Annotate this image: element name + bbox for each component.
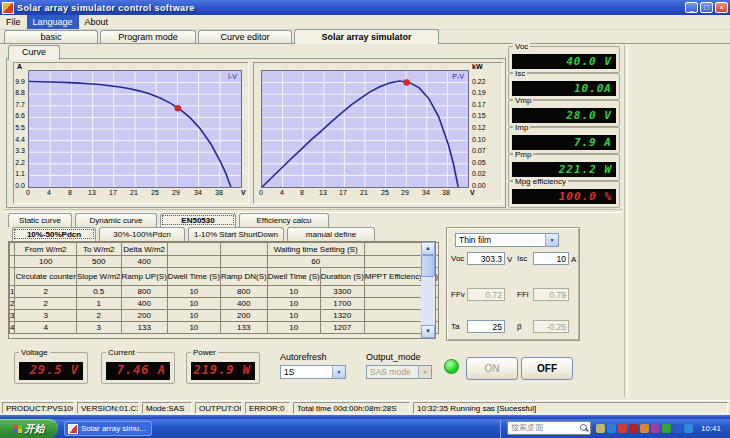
tab-en50530[interactable]: EN50530 (160, 213, 236, 227)
output-mode-select[interactable]: SAS mode ▼ (366, 365, 432, 379)
subtab-10-50-pdcn[interactable]: 10%-50%Pdcn (12, 227, 96, 241)
en50530-table: From W/m2To W/m2Delta W/m2Waiting time S… (9, 242, 439, 334)
table-cell[interactable]: 500 (76, 256, 121, 268)
voc-field[interactable] (467, 252, 505, 265)
table-cell[interactable]: 10 (167, 310, 220, 322)
scroll-down-icon[interactable]: ▼ (421, 325, 435, 338)
table-cell[interactable]: 400 (121, 256, 167, 268)
table-cell[interactable]: 3 (76, 322, 121, 334)
tray-icon-8[interactable] (684, 424, 693, 433)
x-tick-label: 21 (358, 189, 370, 196)
tab-curve[interactable]: Curve (8, 45, 60, 60)
table-cell[interactable]: 100 (15, 256, 76, 268)
table-cell[interactable] (220, 256, 267, 268)
table-cell[interactable]: 10 (167, 298, 220, 310)
y-tick-label: 7.7 (15, 101, 25, 108)
taskbar-task-button[interactable]: Solar array simu... (64, 421, 152, 436)
table-cell[interactable]: 800 (220, 286, 267, 298)
tray-icon-6[interactable] (662, 424, 671, 433)
x-tick-label: 29 (170, 189, 182, 196)
on-button[interactable]: ON (466, 357, 518, 380)
table-row: 120.580010800103300 (10, 286, 439, 298)
table-cell[interactable]: 60 (267, 256, 364, 268)
subtab-30-100-pdcn[interactable]: 30%-100%Pdcn (99, 227, 185, 241)
table-header-cell: Duration (S) (320, 268, 364, 286)
autorefresh-select[interactable]: 1S ▼ (280, 365, 346, 379)
tray-icon-1[interactable] (607, 424, 616, 433)
table-cell[interactable]: 400 (121, 298, 167, 310)
table-cell[interactable]: 1 (76, 298, 121, 310)
table-cell[interactable]: 1 (10, 286, 15, 298)
menu-item-language[interactable]: Language (27, 15, 79, 29)
module-type-select[interactable]: Thin film ▼ (455, 233, 559, 247)
table-cell[interactable]: 2 (76, 310, 121, 322)
status-segment-5: Total time 00d:00h:08m:28S (293, 402, 410, 414)
tab-dynamic-curve[interactable]: Dynamic curve (75, 213, 157, 227)
table-cell[interactable]: 2 (15, 286, 76, 298)
desktop-search-input[interactable]: 搜索桌面 (507, 421, 591, 435)
table-cell[interactable]: 1207 (320, 322, 364, 334)
tray-icon-0[interactable] (596, 424, 605, 433)
table-cell[interactable]: 200 (121, 310, 167, 322)
table-cell[interactable]: 400 (220, 298, 267, 310)
ta-field[interactable] (467, 320, 505, 333)
table-cell[interactable]: 200 (220, 310, 267, 322)
search-icon[interactable] (580, 424, 587, 431)
x-tick-label: 25 (149, 189, 161, 196)
pv-series-label: P-V (452, 73, 464, 80)
table-cell[interactable]: 1320 (320, 310, 364, 322)
tray-icon-3[interactable] (629, 424, 638, 433)
table-cell[interactable]: 10 (267, 322, 320, 334)
tab-program-mode[interactable]: Program mode (100, 30, 196, 44)
isc-field[interactable] (533, 252, 569, 265)
tray-icon-7[interactable] (673, 424, 682, 433)
task-label: Solar array simu... (81, 422, 146, 435)
menu-item-file[interactable]: File (0, 15, 27, 29)
minimize-icon[interactable]: _ (685, 2, 698, 13)
table-cell[interactable]: 2 (10, 298, 15, 310)
start-button[interactable]: 开始 (0, 419, 58, 438)
tray-icon-4[interactable] (640, 424, 649, 433)
curve-panel: A 9.98.87.76.65.54.43.32.21.10.0 I-V 048… (6, 58, 506, 208)
table-cell[interactable] (167, 256, 220, 268)
table-cell[interactable]: 3 (15, 310, 76, 322)
task-app-icon (68, 424, 78, 434)
table-cell[interactable]: 4 (15, 322, 76, 334)
chevron-down-icon[interactable]: ▼ (332, 366, 345, 378)
subtab-1-10-start-shurtdown[interactable]: 1-10% Start ShurtDown (188, 227, 284, 241)
table-scrollbar[interactable]: ▲ ▼ (421, 242, 435, 338)
start-label: 开始 (25, 422, 45, 436)
table-cell[interactable]: 10 (167, 286, 220, 298)
table-cell[interactable]: 3 (10, 310, 15, 322)
table-cell[interactable]: 10 (267, 286, 320, 298)
chevron-down-icon[interactable]: ▼ (545, 234, 558, 246)
table-cell[interactable]: 0.5 (76, 286, 121, 298)
tab-static-curve[interactable]: Static curve (8, 213, 72, 227)
pv-y-tick-labels: 0.220.190.170.150.120.100.070.050.020.00 (470, 70, 500, 192)
tab-solar-array-simulator[interactable]: Solar array simulator (294, 29, 439, 44)
table-cell[interactable]: 800 (121, 286, 167, 298)
table-cell[interactable]: 1700 (320, 298, 364, 310)
voc-unit: V (507, 255, 512, 264)
subtab-manual-define[interactable]: manual define (287, 227, 375, 241)
menu-item-about[interactable]: About (79, 15, 115, 29)
table-cell[interactable]: 10 (267, 298, 320, 310)
table-cell[interactable]: 4 (10, 322, 15, 334)
module-config-panel: Thin film ▼ VocVIscAFFvFFiTaβ (446, 227, 580, 341)
table-cell[interactable]: 10 (167, 322, 220, 334)
table-cell[interactable]: 133 (121, 322, 167, 334)
tab-efficiency-calcu[interactable]: Efficiency calcu (239, 213, 329, 227)
tab-curve-editor[interactable]: Curve editor (198, 30, 292, 44)
table-cell[interactable]: 2 (15, 298, 76, 310)
off-button[interactable]: OFF (521, 357, 573, 380)
maximize-icon[interactable]: □ (700, 2, 713, 13)
tab-basic[interactable]: basic (4, 30, 98, 44)
tray-icon-2[interactable] (618, 424, 627, 433)
table-cell[interactable]: 3300 (320, 286, 364, 298)
close-icon[interactable]: × (715, 2, 728, 13)
scroll-up-icon[interactable]: ▲ (421, 242, 435, 255)
table-cell[interactable]: 133 (220, 322, 267, 334)
tray-icon-5[interactable] (651, 424, 660, 433)
table-cell[interactable]: 10 (267, 310, 320, 322)
scrollbar-thumb[interactable] (421, 255, 435, 277)
